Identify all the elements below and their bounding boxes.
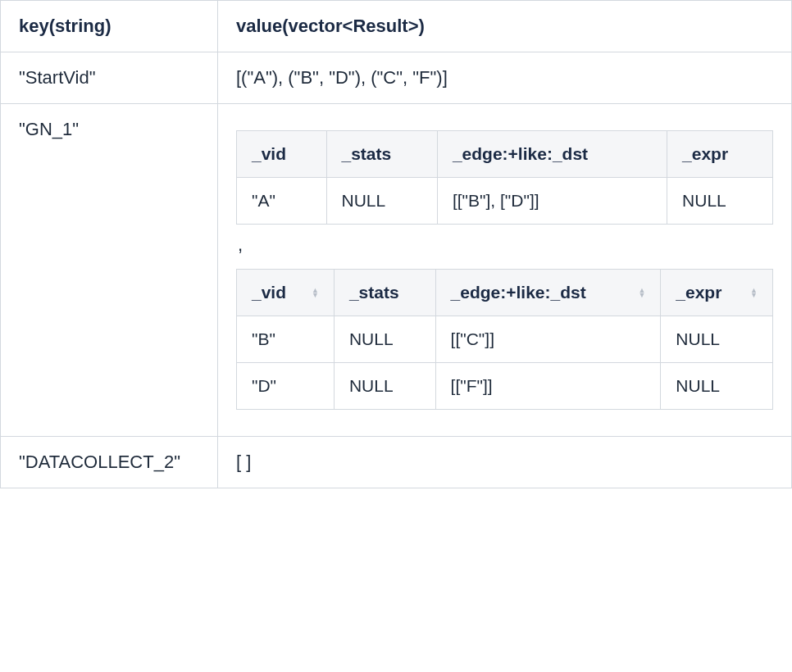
outer-header-value: value(vector<Result>) (218, 1, 792, 52)
cell-datacollect-key: "DATACOLLECT_2" (1, 437, 218, 488)
cell-gn1-key: "GN_1" (1, 104, 218, 437)
inner1-header-row: _vid _stats _edge:+like:_dst _expr (237, 131, 773, 178)
inner2-header-expr[interactable]: _expr ▲▼ (661, 270, 773, 316)
inner1-r0-vid: "A" (237, 178, 327, 225)
inner2-header-stats[interactable]: _stats (334, 270, 435, 316)
inner1-r0-stats: NULL (326, 178, 437, 225)
inner2-header-vid[interactable]: _vid ▲▼ (237, 270, 335, 316)
inner1-header-vid: _vid (237, 131, 327, 178)
inner1-r0-edge: [["B"], ["D"]] (437, 178, 667, 225)
inner2-r0-vid: "B" (237, 316, 335, 363)
gn1-separator: , (236, 233, 773, 261)
sort-icon[interactable]: ▲▼ (750, 288, 758, 297)
sort-icon[interactable]: ▲▼ (312, 288, 319, 297)
row-datacollect: "DATACOLLECT_2" [ ] (1, 437, 792, 488)
row-startvid: "StartVid" [("A"), ("B", "D"), ("C", "F"… (1, 52, 792, 104)
cell-startvid-key: "StartVid" (1, 52, 218, 104)
inner2-r0-expr: NULL (661, 316, 773, 363)
row-gn1: "GN_1" _vid _stats _edge:+like:_dst _exp… (1, 104, 792, 437)
inner1-header-stats: _stats (326, 131, 437, 178)
outer-header-row: key(string) value(vector<Result>) (1, 1, 792, 52)
outer-header-key: key(string) (1, 1, 218, 52)
gn1-inner-wrap: _vid _stats _edge:+like:_dst _expr "A" N… (236, 119, 773, 421)
cell-startvid-value: [("A"), ("B", "D"), ("C", "F")] (218, 52, 792, 104)
inner2-header-edge-label: _edge:+like:_dst (451, 283, 586, 302)
inner1-r0-expr: NULL (667, 178, 773, 225)
inner2-r0-edge: [["C"]] (435, 316, 661, 363)
inner1-row-0: "A" NULL [["B"], ["D"]] NULL (237, 178, 773, 225)
gn1-inner-table-1: _vid _stats _edge:+like:_dst _expr "A" N… (236, 130, 773, 225)
outer-table: key(string) value(vector<Result>) "Start… (0, 0, 792, 488)
inner2-row-0: "B" NULL [["C"]] NULL (237, 316, 773, 363)
inner2-r1-stats: NULL (334, 363, 435, 410)
inner2-r1-edge: [["F"]] (435, 363, 661, 410)
inner2-r1-expr: NULL (661, 363, 773, 410)
inner2-header-vid-label: _vid (252, 283, 286, 302)
gn1-inner-table-2: _vid ▲▼ _stats (236, 269, 773, 410)
inner2-header-stats-label: _stats (349, 283, 399, 302)
inner1-header-expr: _expr (667, 131, 773, 178)
sort-icon[interactable]: ▲▼ (638, 288, 645, 297)
inner1-header-edge: _edge:+like:_dst (437, 131, 667, 178)
cell-datacollect-value: [ ] (218, 437, 792, 488)
inner2-header-expr-label: _expr (676, 283, 721, 302)
inner2-row-1: "D" NULL [["F"]] NULL (237, 363, 773, 410)
inner2-r0-stats: NULL (334, 316, 435, 363)
inner2-r1-vid: "D" (237, 363, 335, 410)
cell-gn1-value: _vid _stats _edge:+like:_dst _expr "A" N… (218, 104, 792, 437)
inner2-header-row: _vid ▲▼ _stats (237, 270, 773, 316)
inner2-header-edge[interactable]: _edge:+like:_dst ▲▼ (435, 270, 661, 316)
